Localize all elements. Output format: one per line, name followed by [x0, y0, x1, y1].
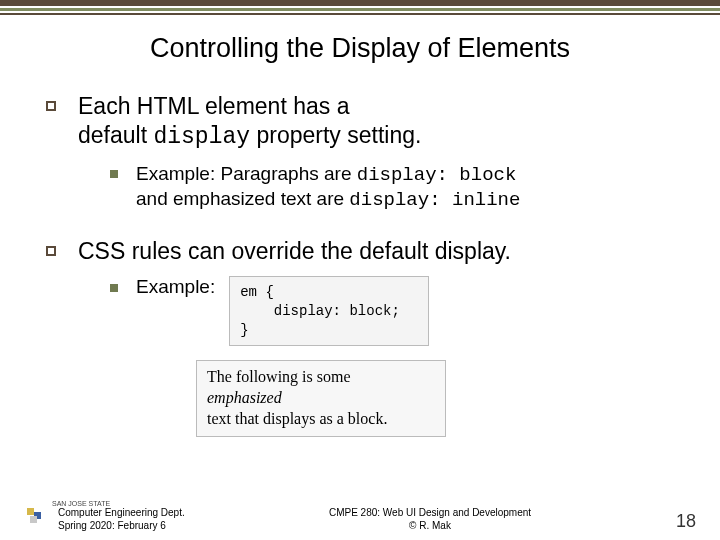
rendered-output-box: The following is some emphasized text th… [196, 360, 446, 436]
result-line-2: emphasized [207, 388, 435, 409]
decorative-top-bars [0, 0, 720, 15]
bullet-1-sub: Example: Paragraphs are display: block a… [110, 162, 678, 214]
bullet-2: CSS rules can override the default displ… [46, 237, 678, 266]
logo-text: SAN JOSE STATE [52, 500, 185, 507]
slide-footer: SAN JOSE STATE Computer Engineering Dept… [0, 500, 720, 532]
bullet-2-text: CSS rules can override the default displ… [78, 237, 511, 266]
bullet-1-sub-text: Example: Paragraphs are display: block a… [136, 162, 520, 214]
bullet-1-text: Each HTML element has a default display … [78, 92, 421, 152]
square-bullet-icon [46, 101, 56, 111]
square-bullet-icon [46, 246, 56, 256]
code-example-box: em { display: block; } [229, 276, 429, 347]
bullet-1: Each HTML element has a default display … [46, 92, 678, 152]
small-square-bullet-icon [110, 284, 118, 292]
footer-course-info: CMPE 280: Web UI Design and Development … [224, 507, 636, 532]
result-line-1: The following is some [207, 367, 435, 388]
bullet-2-sub: Example: em { display: block; } [110, 276, 678, 347]
example-label: Example: [136, 276, 215, 298]
footer-dept: Computer Engineering Dept. Spring 2020: … [58, 507, 185, 532]
slide-number: 18 [636, 511, 696, 532]
small-square-bullet-icon [110, 170, 118, 178]
sjsu-logo-icon [24, 506, 44, 526]
slide-title: Controlling the Display of Elements [0, 33, 720, 64]
result-line-3: text that displays as a block. [207, 409, 435, 430]
slide-content: Each HTML element has a default display … [0, 92, 720, 437]
